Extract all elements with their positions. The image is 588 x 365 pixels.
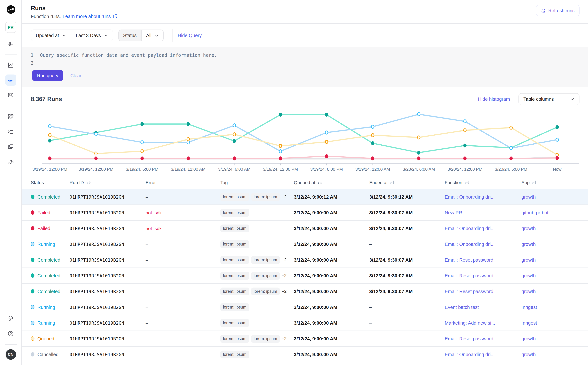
table-row[interactable]: Completed 01HRPT19RJSA1019B2GN – lorem: … [22, 189, 588, 205]
refresh-runs-button[interactable]: Refresh runs [536, 5, 580, 16]
app-link[interactable]: growth [521, 241, 536, 247]
status-cell: Failed [31, 210, 69, 215]
table-columns-dropdown[interactable]: Table columns [519, 93, 580, 105]
metrics-icon [7, 62, 14, 69]
error-cell: – [146, 273, 220, 278]
status-cell: Running [31, 241, 69, 247]
status-dot-icon [31, 274, 34, 278]
app-link[interactable]: github-pr-bot [521, 210, 548, 215]
function-link[interactable]: Email: Onboarding dri... [445, 194, 495, 199]
sidebar-item-webhooks[interactable] [5, 156, 16, 167]
hide-histogram-link[interactable]: Hide histogram [478, 97, 510, 102]
app-link[interactable]: growth [521, 194, 536, 199]
function-link[interactable]: Email: Reset password [445, 257, 493, 262]
table-row[interactable]: Completed 01HRPT19RJSA1019B2GN – lorem: … [22, 252, 588, 268]
status-dot-icon [31, 226, 34, 231]
function-link[interactable]: Email: Reset password [445, 336, 493, 341]
status-filter-dropdown[interactable]: All [141, 30, 163, 41]
function-link[interactable]: Email: Onboarding dri... [445, 352, 495, 357]
status-cell: Running [31, 320, 69, 325]
app-link[interactable]: Inngest [521, 304, 537, 310]
tag-pill: lorem: ipsum [220, 335, 249, 343]
app-link[interactable]: growth [521, 336, 536, 341]
app-link[interactable]: growth [521, 289, 536, 294]
sidebar-item-dev-server[interactable] [5, 313, 16, 324]
runs-count: 8,367 Runs [31, 96, 62, 103]
column-header-error: Error [146, 180, 220, 185]
column-header-queued-at[interactable]: Queued at [294, 180, 369, 185]
run-query-button[interactable]: Run query [32, 70, 63, 81]
clear-query-button[interactable]: Clear [70, 73, 81, 78]
query-placeholder-text: Query specific function data and event p… [40, 51, 217, 59]
histogram-chart: 3/19/24, 12:00 PM3/19/24, 12:00 PM3/19/2… [31, 109, 579, 174]
function-link[interactable]: Email: Onboarding dri... [445, 226, 495, 231]
tag-pill: lorem: ipsum [251, 287, 280, 295]
app-link[interactable]: growth [521, 226, 536, 231]
column-header-function[interactable]: Function [445, 180, 521, 185]
status-dot-icon [31, 289, 34, 294]
workspace-badge[interactable]: PR [5, 22, 16, 33]
error-cell: – [146, 194, 220, 199]
avatar[interactable]: CN [5, 349, 16, 360]
app-cell: growth [521, 194, 585, 200]
function-link[interactable]: Email: Reset password [445, 289, 493, 294]
status-cell: Completed [31, 273, 69, 278]
time-field-dropdown[interactable]: Updated at [31, 30, 71, 41]
external-link-icon [112, 14, 117, 19]
app-link[interactable]: growth [521, 352, 536, 357]
function-link[interactable]: Event batch test [445, 304, 479, 310]
svg-text:3/19/24, 12:00 PM: 3/19/24, 12:00 PM [263, 167, 298, 172]
tag-extra-count: +2 [282, 336, 287, 341]
function-link[interactable]: New PR [445, 210, 462, 215]
sidebar-item-functions[interactable] [5, 126, 16, 137]
time-filter: Updated at Last 3 Days [31, 29, 113, 41]
table-row[interactable]: Completed 01HRPT19RJSA1019B2GN – lorem: … [22, 268, 588, 284]
query-editor[interactable]: 1 Query specific function data and event… [22, 47, 588, 87]
function-link[interactable]: Email: Onboarding dri... [445, 241, 495, 247]
app-link[interactable]: growth [521, 257, 536, 262]
learn-more-link[interactable]: Learn more about runs [63, 14, 117, 19]
sidebar-item-help[interactable] [5, 328, 16, 339]
column-header-run-id[interactable]: Run ID [69, 180, 146, 185]
table-row[interactable]: Failed 01HRPT19RJSA1019B2GN not_sdk lore… [22, 205, 588, 221]
sidebar-item-apps[interactable] [5, 111, 16, 122]
app-link[interactable]: Inngest [521, 320, 537, 325]
app-cell: growth [521, 257, 585, 263]
tag-extra-count: +2 [282, 273, 287, 278]
column-header-app[interactable]: App [521, 180, 585, 185]
table-row[interactable]: Running 01HRPT19RJSA1019B2GN – lorem: ip… [22, 299, 588, 315]
sidebar-item-metrics[interactable] [5, 59, 16, 70]
tags-cell: lorem: ipsum [220, 209, 294, 217]
status-filter: Status All [118, 29, 164, 41]
table-row[interactable]: Completed 01HRPT19RJSA1019B2GN – lorem: … [22, 284, 588, 299]
time-range-dropdown[interactable]: Last 3 Days [71, 30, 113, 41]
column-header-ended-at[interactable]: Ended at [369, 180, 445, 185]
run-id-cell: 01HRPT19RJSA1019B2GN [69, 210, 146, 215]
table-row[interactable]: Failed 01HRPT19RJSA1019B2GN not_sdk lore… [22, 221, 588, 236]
sidebar-item-events[interactable] [5, 141, 16, 152]
table-row[interactable]: Cancelled 01HRPT19RJSA1019B2GN – lorem: … [22, 347, 588, 362]
svg-text:Now: Now [553, 167, 561, 172]
app-cell: Inngest [521, 304, 585, 310]
table-row[interactable]: Running 01HRPT19RJSA1019B2GN – lorem: ip… [22, 315, 588, 331]
sidebar-item-search[interactable] [5, 90, 16, 101]
table-row[interactable]: Running 01HRPT19RJSA1019B2GN – lorem: ip… [22, 236, 588, 252]
tag-pill: lorem: ipsum [251, 272, 280, 280]
column-header-status: Status [31, 180, 69, 185]
app-link[interactable]: growth [521, 273, 536, 278]
sort-icon [318, 180, 322, 185]
table-row[interactable]: Queued 01HRPT19RJSA1019B2GN – lorem: ips… [22, 331, 588, 347]
queued-at-cell: 3/12/24, 9:00:00 AM [294, 289, 369, 294]
function-link[interactable]: Marketing: Add new si... [445, 320, 495, 325]
hide-query-link[interactable]: Hide Query [178, 33, 202, 38]
queued-at-cell: 3/12/24, 9:00:00 AM [294, 226, 369, 231]
sidebar-item-runs[interactable] [5, 75, 16, 86]
svg-text:3/20/24, 6:00 PM: 3/20/24, 6:00 PM [495, 167, 527, 172]
svg-text:3/19/24, 6:00 AM: 3/19/24, 6:00 AM [218, 167, 251, 172]
queued-at-cell: 3/12/24, 9:00:00 AM [294, 336, 369, 341]
status-cell: Running [31, 304, 69, 310]
plug-icon [7, 315, 14, 322]
function-link[interactable]: Email: Reset password [445, 273, 493, 278]
run-id-cell: 01HRPT19RJSA1019B2GN [69, 289, 146, 294]
sliders-icon[interactable] [5, 38, 16, 49]
